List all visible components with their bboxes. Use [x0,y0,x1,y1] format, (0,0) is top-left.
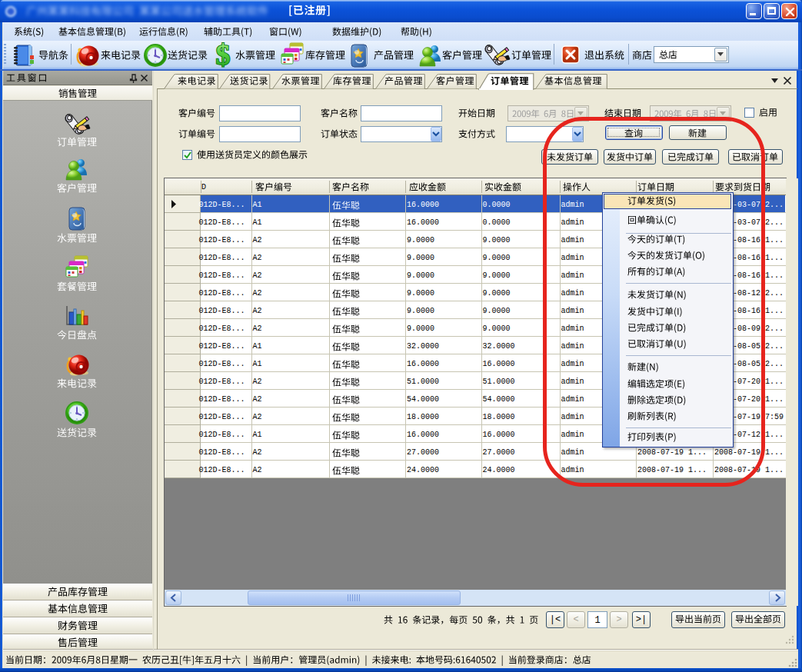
svg-text:$: $ [216,38,231,71]
